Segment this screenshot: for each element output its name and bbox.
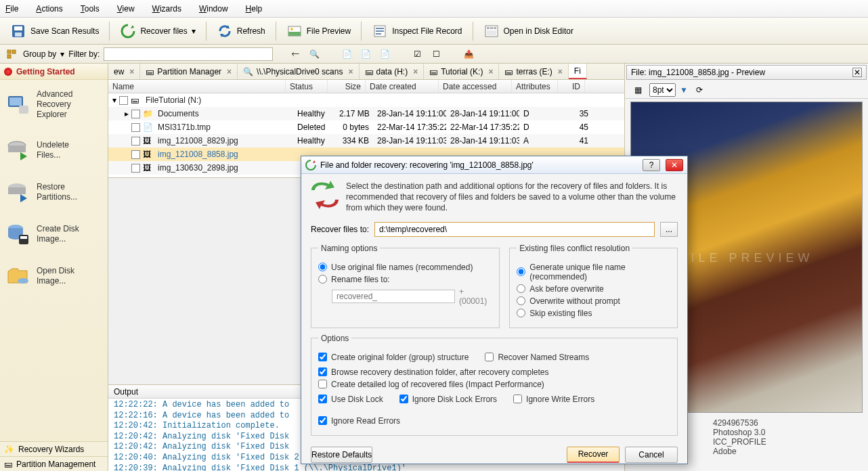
svg-rect-2	[15, 32, 22, 37]
row-checkbox[interactable]	[131, 137, 140, 145]
close-icon[interactable]: ×	[413, 67, 418, 76]
help-button[interactable]: ?	[643, 159, 660, 171]
check-lock[interactable]: Use Disk Lock	[318, 395, 383, 404]
row-checkbox[interactable]	[119, 96, 128, 105]
radio-use-original[interactable]: Use original file names (recommended)	[318, 263, 492, 272]
font-size-select[interactable]: 8pt	[649, 83, 676, 97]
radio-skip[interactable]: Skip existing files	[517, 309, 670, 318]
uncheck-icon[interactable]: ☐	[429, 47, 443, 62]
check-ign-read[interactable]: Ignore Read Errors	[318, 416, 400, 426]
col-status[interactable]: Status	[286, 80, 328, 93]
monitor-icon	[7, 93, 30, 116]
menu-help[interactable]: Help	[246, 4, 263, 14]
close-icon[interactable]: ×	[558, 67, 563, 76]
tab-terras-e[interactable]: 🖴terras (E:)×	[499, 64, 568, 79]
close-icon[interactable]: ×	[348, 67, 353, 76]
copy-icon[interactable]: 📄	[358, 47, 373, 62]
col-created[interactable]: Date created	[366, 80, 439, 93]
export-icon[interactable]: 📤	[461, 47, 476, 62]
record-icon	[372, 23, 388, 39]
radio-ask[interactable]: Ask before overwrite	[517, 284, 670, 294]
menu-actions[interactable]: Actions	[36, 4, 62, 14]
recover-files-button[interactable]: Recover files ▾	[114, 20, 201, 43]
col-attributes[interactable]: Attributes	[512, 80, 558, 93]
recover-to-label: Recover files to:	[311, 225, 369, 234]
tab-partition-manager[interactable]: 🖴Partition Manager×	[140, 64, 238, 79]
check-ign-write[interactable]: Ignore Write Errors	[513, 395, 594, 404]
dialog-title: File and folder recovery: recovering 'im…	[320, 160, 637, 170]
filter-input[interactable]	[104, 47, 273, 61]
menu-file[interactable]: File	[5, 4, 18, 14]
check-ign-lock[interactable]: Ignore Disk Lock Errors	[399, 395, 497, 404]
sidebar-footer-wizards[interactable]: ✨ Recovery Wizards	[0, 441, 108, 456]
recovery-dialog: File and folder recovery: recovering 'im…	[301, 156, 688, 464]
inspect-button[interactable]: Inspect File Record	[366, 20, 468, 43]
check-named[interactable]: Recover Named Streams	[485, 353, 589, 362]
tab-tutorial-k[interactable]: 🖴Tutorial (K:)×	[424, 64, 499, 79]
row-checkbox[interactable]	[131, 110, 140, 118]
close-icon[interactable]: ×	[227, 67, 232, 76]
nav-icon[interactable]: 🔍	[307, 47, 322, 62]
check-log[interactable]: Create detailed log of recovered files (…	[318, 380, 670, 389]
check-struct[interactable]: Create original folder (group) structure	[318, 353, 469, 362]
preview-titlebar: File: img_121008_8858.jpg - Preview ✕	[626, 65, 867, 80]
copy-icon[interactable]: 📄	[377, 47, 392, 62]
tab-truncated[interactable]: ew×	[108, 64, 140, 79]
close-button[interactable]: ✕	[666, 159, 683, 171]
copy-icon[interactable]: 📄	[339, 47, 354, 62]
sidebar-item-advanced[interactable]: Advanced Recovery Explorer	[0, 80, 108, 129]
tab-physicaldrive0[interactable]: 🔍\\.\PhysicalDrive0 scans×	[238, 64, 359, 79]
grid-icon[interactable]: ▦	[630, 83, 645, 97]
sidebar-item-undelete[interactable]: Undelete Files...	[0, 129, 108, 171]
row-checkbox[interactable]	[131, 164, 140, 173]
table-row[interactable]: ▸📁DocumentsHealthy2.17 MB28-Jan-14 19:11…	[108, 107, 624, 120]
col-id[interactable]: ID	[558, 80, 585, 93]
cancel-button[interactable]: Cancel	[625, 447, 678, 463]
col-size[interactable]: Size	[328, 80, 366, 93]
radio-rename[interactable]: Rename files to:	[318, 275, 492, 284]
tree-icon[interactable]	[4, 47, 19, 62]
recover-files-label: Recover files	[140, 26, 187, 36]
scan-icon: 🔍	[243, 67, 253, 76]
rename-input[interactable]	[332, 290, 455, 303]
recover-button[interactable]: Recover	[567, 447, 620, 463]
browse-button[interactable]: ...	[660, 222, 678, 237]
sidebar-item-restore[interactable]: Restore Partitions...	[0, 171, 108, 213]
table-row[interactable]: 📄MSI3171b.tmpDeleted0 bytes22-Mar-14 17:…	[108, 120, 624, 134]
close-icon[interactable]: ✕	[852, 68, 862, 77]
radio-overwrite[interactable]: Overwrite without prompt	[517, 296, 670, 306]
tab-active-truncated[interactable]: Fi	[569, 64, 587, 79]
naming-legend: Naming options	[318, 244, 380, 253]
sidebar-item-create-image[interactable]: Create Disk Image...	[0, 213, 108, 255]
close-icon[interactable]: ×	[488, 67, 493, 76]
col-accessed[interactable]: Date accessed	[439, 80, 512, 93]
sidebar-footer-partition[interactable]: 🖴 Partition Management	[0, 456, 108, 471]
restore-defaults-button[interactable]: Restore Defaults	[311, 447, 372, 463]
check-browse[interactable]: Browse recovery destination folder, afte…	[318, 367, 670, 377]
radio-gen-unique[interactable]: Generate unique file name (recommended)	[517, 263, 670, 282]
save-scan-button[interactable]: Save Scan Results	[4, 20, 105, 43]
menu-view[interactable]: View	[117, 4, 135, 14]
group-by-label[interactable]: Group by	[23, 49, 56, 59]
close-icon[interactable]: ×	[129, 67, 134, 76]
file-list-header: Name Status Size Date created Date acces…	[108, 80, 624, 93]
menu-window[interactable]: Window	[199, 4, 228, 14]
nav-icon[interactable]: 🡐	[288, 47, 303, 62]
menu-tools[interactable]: Tools	[81, 4, 100, 14]
dialog-titlebar[interactable]: File and folder recovery: recovering 'im…	[301, 156, 687, 174]
recover-to-input[interactable]	[374, 222, 655, 237]
file-preview-button[interactable]: File Preview	[280, 20, 357, 43]
table-row[interactable]: 🖼img_121008_8829.jpgHealthy334 KB28-Jan-…	[108, 134, 624, 148]
refresh-button[interactable]: Refresh	[211, 20, 272, 43]
check-icon[interactable]: ☑	[410, 47, 425, 62]
tab-data-h[interactable]: 🖴data (H:)×	[360, 64, 425, 79]
open-disk-editor-button[interactable]: Open in Disk Editor	[477, 20, 580, 43]
sidebar-item-open-image[interactable]: Open Disk Image...	[0, 255, 108, 297]
row-checkbox[interactable]	[131, 150, 140, 159]
svg-rect-11	[487, 27, 490, 29]
table-row[interactable]: ▾🖴FileTutorial (N:)	[108, 93, 624, 107]
col-name[interactable]: Name	[108, 80, 286, 93]
row-checkbox[interactable]	[131, 123, 140, 132]
rotate-icon[interactable]: ⟳	[692, 83, 707, 97]
menu-wizards[interactable]: Wizards	[152, 4, 181, 14]
